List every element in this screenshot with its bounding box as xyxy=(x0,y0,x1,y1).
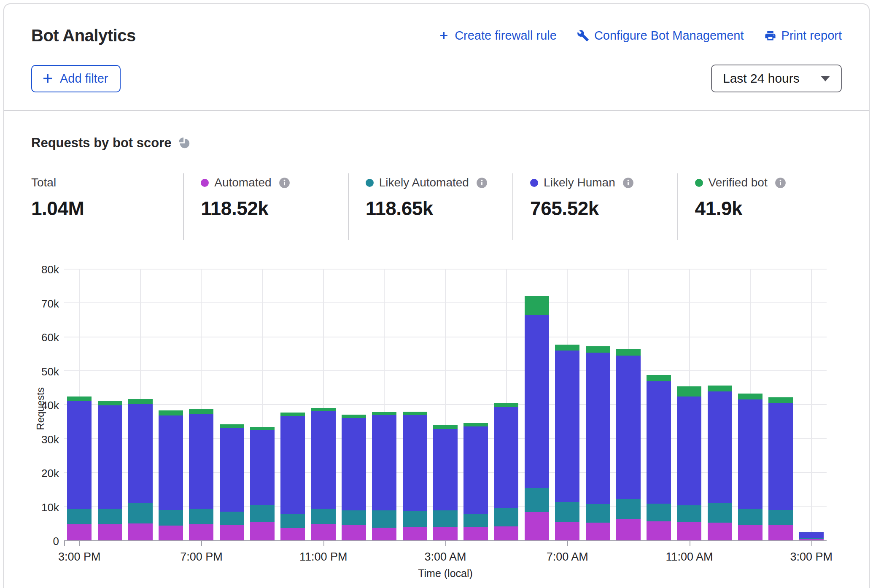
segment-verified-bot xyxy=(525,296,549,316)
stacked-bar[interactable] xyxy=(342,270,366,540)
panel-header: Bot Analytics Create firewall rule Confi… xyxy=(4,4,869,111)
stats-row: Total 1.04M Automated118.52kLikely Autom… xyxy=(31,173,842,240)
stacked-bar[interactable] xyxy=(128,270,153,540)
bar-9-00-am-18[interactable] xyxy=(613,270,644,540)
stacked-bar[interactable] xyxy=(189,270,213,540)
stacked-bar[interactable] xyxy=(738,270,763,540)
segment-likely-human xyxy=(280,416,305,514)
segment-likely-automated xyxy=(616,499,641,519)
add-filter-button[interactable]: Add filter xyxy=(31,65,121,92)
stat-value: 41.9k xyxy=(695,197,842,220)
stacked-bar[interactable] xyxy=(768,270,793,540)
x-tick-label: 7:00 PM xyxy=(180,550,223,564)
stacked-bar[interactable] xyxy=(98,270,122,540)
segment-automated xyxy=(67,524,92,540)
bot-analytics-panel: Bot Analytics Create firewall rule Confi… xyxy=(3,3,870,588)
stacked-bar[interactable] xyxy=(586,270,610,540)
bar-4-00-pm-1[interactable] xyxy=(94,270,125,540)
bar-9-00-pm-6[interactable] xyxy=(247,270,278,540)
stat-total-value: 1.04M xyxy=(31,197,183,220)
pie-chart-icon xyxy=(178,137,191,149)
segment-likely-automated xyxy=(647,504,671,521)
requests-chart: Requests 010k20k30k40k50k60k70k80k3:00 P… xyxy=(31,240,842,577)
bar-6-00-pm-3[interactable] xyxy=(156,270,186,540)
segment-likely-automated xyxy=(708,503,732,523)
bar-6-00-am-15[interactable] xyxy=(522,270,552,540)
time-range-select[interactable]: Last 24 hours xyxy=(711,65,842,92)
segment-likely-automated xyxy=(372,510,396,528)
stacked-bar[interactable] xyxy=(647,270,671,540)
stat-likely-automated: Likely Automated118.65k xyxy=(348,173,512,240)
segment-automated xyxy=(677,522,701,540)
stacked-bar[interactable] xyxy=(280,270,305,540)
stacked-bar[interactable] xyxy=(311,270,336,540)
info-icon[interactable] xyxy=(279,177,290,189)
stacked-bar[interactable] xyxy=(677,270,701,540)
bar-3-00-am-12[interactable] xyxy=(430,270,461,540)
panel-content: Requests by bot score Total 1.04M Automa… xyxy=(4,135,869,577)
stacked-bar[interactable] xyxy=(220,270,244,540)
configure-bot-management-link[interactable]: Configure Bot Management xyxy=(577,29,744,43)
bar-12-00-pm-21[interactable] xyxy=(705,270,735,540)
add-filter-label: Add filter xyxy=(60,72,108,86)
bar-3-00-pm-0[interactable] xyxy=(64,270,94,540)
bar-11-00-pm-8[interactable] xyxy=(308,270,339,540)
stacked-bar[interactable] xyxy=(525,270,549,540)
segment-likely-automated xyxy=(768,510,793,525)
bar-4-00-am-13[interactable] xyxy=(461,270,491,540)
y-tick-label: 70k xyxy=(31,297,59,310)
bar-7-00-am-16[interactable] xyxy=(552,270,582,540)
segment-likely-automated xyxy=(220,512,244,525)
bar-8-00-pm-5[interactable] xyxy=(217,270,247,540)
x-axis-tick xyxy=(79,541,80,546)
y-tick-label: 50k xyxy=(31,365,59,378)
segment-likely-automated xyxy=(67,509,92,524)
stacked-bar[interactable] xyxy=(403,270,427,540)
segment-automated xyxy=(128,523,153,540)
segment-verified-bot xyxy=(128,399,153,404)
y-tick-label: 10k xyxy=(31,501,59,514)
segment-likely-automated xyxy=(98,509,122,524)
segment-automated xyxy=(768,525,793,540)
segment-likely-human xyxy=(433,429,458,510)
print-report-label: Print report xyxy=(781,29,842,43)
stacked-bar[interactable] xyxy=(463,270,488,540)
x-tick-label: 11:00 AM xyxy=(666,550,713,564)
header-divider xyxy=(3,110,870,111)
segment-automated xyxy=(586,523,610,540)
bar-10-00-pm-7[interactable] xyxy=(278,270,308,540)
segment-verified-bot xyxy=(67,396,92,401)
segment-likely-human xyxy=(67,401,92,509)
page-title: Bot Analytics xyxy=(31,26,136,45)
bar-5-00-am-14[interactable] xyxy=(491,270,521,540)
stacked-bar[interactable] xyxy=(494,270,519,540)
print-report-link[interactable]: Print report xyxy=(764,29,842,43)
stacked-bar[interactable] xyxy=(616,270,641,540)
stacked-bar[interactable] xyxy=(67,270,92,540)
bar-8-00-am-17[interactable] xyxy=(582,270,613,540)
bar-2-00-am-11[interactable] xyxy=(399,270,430,540)
bar-12-00-am-9[interactable] xyxy=(339,270,369,540)
stacked-bar[interactable] xyxy=(708,270,732,540)
stacked-bar[interactable] xyxy=(555,270,579,540)
bar-10-00-am-19[interactable] xyxy=(644,270,674,540)
bar-3-00-pm-24[interactable] xyxy=(796,270,827,540)
create-firewall-rule-link[interactable]: Create firewall rule xyxy=(438,29,557,43)
bar-2-00-pm-23[interactable] xyxy=(765,270,796,540)
stacked-bar[interactable] xyxy=(250,270,275,540)
bar-5-00-pm-2[interactable] xyxy=(125,270,156,540)
segment-verified-bot xyxy=(220,424,244,428)
bar-1-00-pm-22[interactable] xyxy=(735,270,765,540)
bar-1-00-am-10[interactable] xyxy=(369,270,399,540)
bar-7-00-pm-4[interactable] xyxy=(186,270,216,540)
info-icon[interactable] xyxy=(476,177,488,189)
stacked-bar[interactable] xyxy=(372,270,396,540)
info-icon[interactable] xyxy=(775,177,786,189)
bar-11-00-am-20[interactable] xyxy=(674,270,704,540)
stacked-bar[interactable] xyxy=(159,270,183,540)
segment-likely-human xyxy=(677,396,701,505)
stacked-bar[interactable] xyxy=(799,270,824,540)
info-icon[interactable] xyxy=(622,177,634,189)
stat-label: Likely Automated xyxy=(379,176,469,189)
stacked-bar[interactable] xyxy=(433,270,458,540)
